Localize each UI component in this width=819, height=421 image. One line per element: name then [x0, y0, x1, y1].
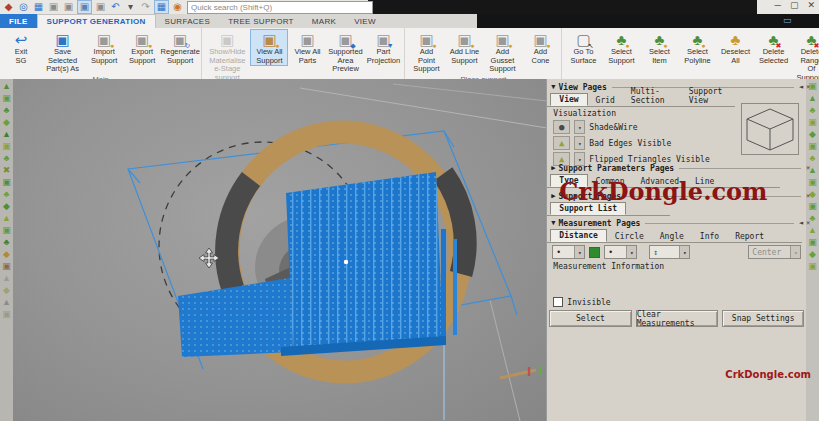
tab-angle[interactable]: Angle: [652, 231, 692, 242]
dock-arrow-icon[interactable]: ◄: [799, 219, 803, 227]
mesh-tool-icon[interactable]: ▣: [2, 225, 11, 236]
measure-tool-dropdown[interactable]: ↕▾: [649, 245, 690, 259]
viewport-3d[interactable]: [13, 79, 546, 421]
save-selected-parts-button[interactable]: ▣ Save Selected Part(s) As: [40, 29, 85, 75]
mesh-tool-icon[interactable]: ◆: [3, 117, 10, 128]
mesh-tool-icon[interactable]: ♣: [4, 105, 10, 116]
point-mode-dropdown-1[interactable]: •▾: [552, 245, 585, 259]
target-icon[interactable]: ◎: [17, 1, 30, 13]
tab-view-page[interactable]: View: [550, 93, 587, 106]
collapse-triangle-icon[interactable]: ▼: [551, 219, 555, 227]
view-all-support-button[interactable]: ▣● View All Support: [250, 29, 288, 66]
mesh-tool-icon[interactable]: ◆: [809, 249, 816, 260]
delete-selected-button[interactable]: ♣✖ Delete Selected: [754, 29, 792, 66]
duplicate-part-icon[interactable]: ▣: [94, 1, 107, 13]
mesh-tool-icon[interactable]: ▣: [2, 309, 11, 320]
invisible-checkbox[interactable]: [553, 297, 563, 307]
collapsed-triangle-icon[interactable]: ▶: [551, 164, 555, 172]
add-cone-button[interactable]: ▣● Add Cone: [521, 29, 559, 66]
color-swatch[interactable]: [589, 247, 600, 258]
tab-surfaces[interactable]: SURFACES: [156, 14, 220, 28]
undo-icon[interactable]: ↶: [109, 1, 122, 13]
app-icon[interactable]: ◆: [2, 1, 15, 13]
bad-edges-dropdown-icon[interactable]: ▾: [574, 136, 585, 150]
mesh-tool-icon[interactable]: ▣: [2, 261, 11, 272]
export-part-icon[interactable]: ▣: [62, 1, 75, 13]
tab-common[interactable]: Common: [588, 176, 633, 187]
quick-search-input[interactable]: [187, 1, 373, 14]
mesh-tool-icon[interactable]: ♣: [4, 153, 10, 164]
mesh-tool-icon[interactable]: ▲: [808, 93, 817, 104]
part-projection-button[interactable]: ▣▼ Part Projection: [364, 29, 402, 66]
undo-dropdown-icon[interactable]: ▾: [124, 1, 137, 13]
mesh-tool-icon[interactable]: ▲: [2, 213, 11, 224]
close-panel-icon[interactable]: ✕: [806, 83, 810, 91]
mesh-tool-icon[interactable]: ▲: [2, 81, 11, 92]
shade-wire-icon[interactable]: ●: [553, 120, 570, 134]
import-part-icon[interactable]: ▣: [47, 1, 60, 13]
tab-mark[interactable]: MARK: [303, 14, 345, 28]
mesh-tool-icon[interactable]: ▣: [808, 177, 817, 188]
exit-sg-button[interactable]: ↩ Exit SG: [2, 29, 40, 66]
add-point-support-button[interactable]: ▣● Add Point Support: [407, 29, 445, 75]
mesh-tool-icon[interactable]: ▲: [2, 129, 11, 140]
measurement-pages-header[interactable]: ▼ Measurement Pages ◄ ✕: [547, 218, 814, 228]
ribbon-options-icon[interactable]: ▭: [783, 15, 792, 25]
close-panel-icon[interactable]: ✕: [806, 192, 810, 200]
go-to-surface-button[interactable]: ▢↖ Go To Surface: [564, 29, 602, 66]
mesh-tool-icon[interactable]: ◆: [3, 201, 10, 212]
restore-icon[interactable]: ▢: [790, 0, 799, 10]
bad-edges-icon[interactable]: ▲: [553, 136, 570, 150]
snap-settings-button[interactable]: Snap Settings: [722, 310, 804, 327]
tab-line[interactable]: Line: [687, 176, 722, 187]
support-parameters-header[interactable]: ▶ Support Parameters Pages ✕: [547, 163, 814, 173]
collapsed-triangle-icon[interactable]: ▶: [551, 192, 555, 200]
select-item-button[interactable]: ♣● Select Item: [640, 29, 678, 66]
mesh-tool-icon[interactable]: ▣: [808, 201, 817, 212]
clear-measurements-button[interactable]: Clear Measurements: [636, 310, 718, 327]
mesh-tool-icon[interactable]: ♣: [4, 189, 10, 200]
close-icon[interactable]: ✕: [807, 0, 815, 10]
tab-circle[interactable]: Circle: [607, 231, 652, 242]
mesh-tool-icon[interactable]: ✖: [3, 165, 11, 176]
tab-advanced[interactable]: Advanced: [633, 176, 688, 187]
support-pages-header[interactable]: ▶ Support Pages ✕: [547, 191, 814, 201]
tab-file[interactable]: FILE: [0, 14, 37, 28]
tab-tree-support[interactable]: TREE SUPPORT: [219, 14, 303, 28]
view-all-parts-button[interactable]: ▣ View All Parts: [288, 29, 326, 66]
mesh-tool-icon[interactable]: ◆: [3, 249, 10, 260]
tab-support-view[interactable]: Support View: [681, 86, 736, 106]
tab-multi-section[interactable]: Multi-Section: [623, 86, 681, 106]
supported-area-preview-button[interactable]: ▣◆ Supported Area Preview: [326, 29, 364, 75]
fit-view-icon[interactable]: ▦: [154, 0, 169, 14]
close-panel-icon[interactable]: ✕: [806, 219, 810, 227]
mesh-tool-icon[interactable]: ♣: [4, 237, 10, 248]
minimize-icon[interactable]: ─: [775, 0, 781, 10]
point-mode-dropdown-2[interactable]: •▾: [604, 245, 637, 259]
mesh-tool-icon[interactable]: ▣: [808, 237, 817, 248]
tab-support-list[interactable]: Support List: [550, 202, 626, 215]
add-line-support-button[interactable]: ▣● Add Line Support: [445, 29, 483, 66]
copy-part-icon[interactable]: ▣: [77, 0, 92, 14]
select-support-button[interactable]: ♣● Select Support: [602, 29, 640, 66]
tab-info[interactable]: Info: [692, 231, 727, 242]
export-support-button[interactable]: ▣● Export Support: [123, 29, 161, 66]
tab-view[interactable]: VIEW: [345, 14, 385, 28]
show-hide-estage-button[interactable]: ▣ Show/Hide Materialise e-Stage support: [204, 29, 250, 84]
mesh-tool-icon[interactable]: ◆: [3, 285, 10, 296]
save-icon[interactable]: ▦: [32, 1, 45, 13]
mesh-tool-icon[interactable]: ▣: [2, 177, 11, 188]
mesh-tool-icon[interactable]: ▲: [2, 273, 11, 284]
tab-distance[interactable]: Distance: [550, 229, 607, 242]
tab-report[interactable]: Report: [727, 231, 772, 242]
select-button[interactable]: Select: [549, 310, 631, 327]
select-polyline-button[interactable]: ♣● Select Polyline: [678, 29, 716, 66]
shade-wire-dropdown-icon[interactable]: ▾: [574, 120, 585, 134]
collapse-triangle-icon[interactable]: ▼: [551, 83, 555, 91]
zoom-icon[interactable]: ◉: [171, 1, 184, 13]
center-dropdown[interactable]: Center▾: [748, 245, 801, 259]
close-panel-icon[interactable]: ✕: [806, 164, 810, 172]
tab-type[interactable]: Type: [550, 174, 587, 187]
add-gusset-support-button[interactable]: ▣● Add Gusset Support: [483, 29, 521, 75]
delete-range-button[interactable]: ♣✖ Delete Range Of Supports: [792, 29, 819, 84]
